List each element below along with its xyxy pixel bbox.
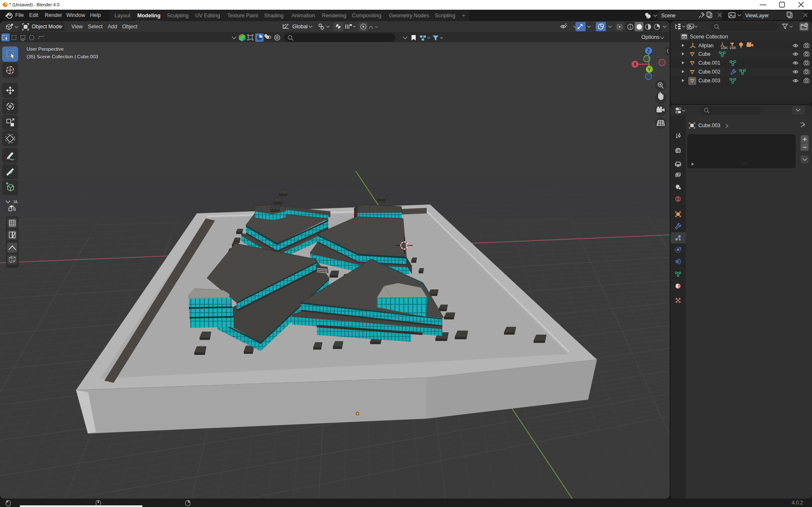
svg-text:15K: 15K	[729, 45, 737, 50]
svg-text:15K: 15K	[721, 45, 728, 50]
svg-text:Z: Z	[647, 48, 650, 53]
svg-text:Y: Y	[648, 67, 651, 72]
svg-text:X: X	[633, 62, 636, 67]
